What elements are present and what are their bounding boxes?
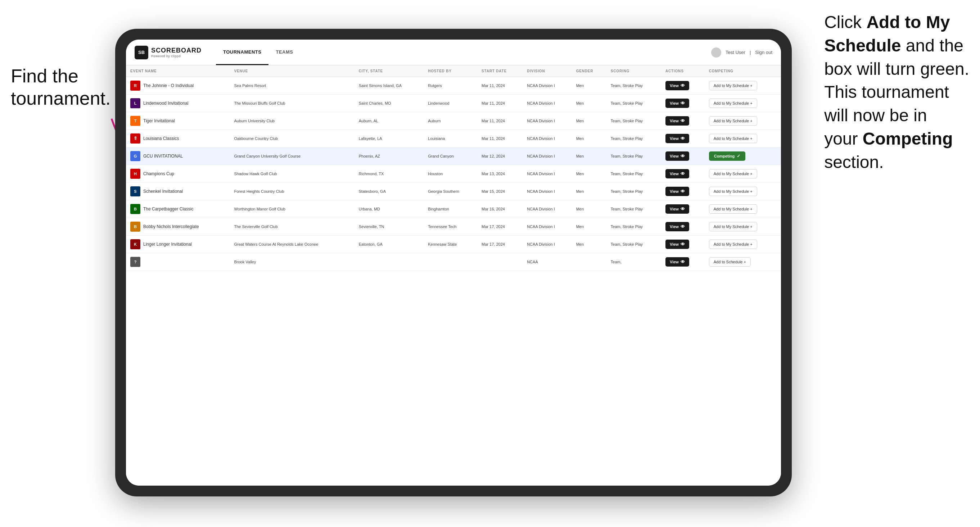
- competing-cell: Competing ✓: [705, 148, 781, 165]
- add-schedule-label: Add to My Schedule +: [714, 224, 752, 229]
- date-cell: [477, 253, 523, 271]
- add-to-schedule-button[interactable]: Add to My Schedule +: [709, 187, 757, 196]
- view-button[interactable]: View 👁: [665, 116, 689, 125]
- add-to-schedule-button[interactable]: Add to My Schedule +: [709, 240, 757, 249]
- hosted-cell: Lindenwood: [423, 95, 477, 112]
- col-competing: COMPETING: [705, 65, 781, 77]
- view-button[interactable]: View 👁: [665, 169, 689, 178]
- venue-cell: Shadow Hawk Golf Club: [230, 165, 355, 183]
- scoring-cell: Team, Stroke Play: [606, 218, 661, 236]
- hosted-cell: Kennesaw State: [423, 236, 477, 253]
- tab-tournaments[interactable]: TOURNAMENTS: [216, 40, 269, 65]
- table-container[interactable]: EVENT NAME VENUE CITY, STATE HOSTED BY S…: [126, 65, 781, 486]
- division-cell: NCAA Division I: [523, 200, 572, 218]
- app-header: SB SCOREBOARD Powered by clippd TOURNAME…: [126, 40, 781, 65]
- gender-cell: Men: [572, 148, 606, 165]
- add-to-schedule-button[interactable]: Add to My Schedule +: [709, 134, 757, 143]
- hosted-cell: Auburn: [423, 112, 477, 130]
- gender-cell: Men: [572, 218, 606, 236]
- header-right: Test User | Sign out: [711, 48, 772, 57]
- actions-cell: View 👁: [661, 236, 705, 253]
- view-button[interactable]: View 👁: [665, 222, 689, 231]
- col-gender: GENDER: [572, 65, 606, 77]
- venue-cell: Worthington Manor Golf Club: [230, 200, 355, 218]
- hosted-cell: Louisiana: [423, 130, 477, 148]
- venue-cell: Brook Valley: [230, 253, 355, 271]
- view-button[interactable]: View 👁: [665, 240, 689, 249]
- logo-area: SB SCOREBOARD Powered by clippd: [135, 46, 202, 59]
- scoring-cell: Team, Stroke Play: [606, 77, 661, 95]
- table-row: H Champions Cup Shadow Hawk Golf ClubRic…: [126, 165, 781, 183]
- add-schedule-label: Add to My Schedule +: [714, 137, 752, 141]
- actions-cell: View 👁: [661, 253, 705, 271]
- date-cell: Mar 17, 2024: [477, 236, 523, 253]
- division-cell: NCAA Division I: [523, 165, 572, 183]
- event-name-cell: G GCU INVITATIONAL: [126, 148, 230, 165]
- event-name-cell: L Lindenwood Invitational: [126, 95, 230, 112]
- table-row: L Lindenwood Invitational The Missouri B…: [126, 95, 781, 112]
- user-name: Test User: [725, 50, 745, 55]
- gender-cell: Men: [572, 112, 606, 130]
- competing-cell: Add to Schedule +: [705, 253, 781, 271]
- actions-cell: View 👁: [661, 95, 705, 112]
- event-name-cell: S Schenkel Invitational: [126, 183, 230, 200]
- competing-cell: Add to My Schedule +: [705, 183, 781, 200]
- venue-cell: Grand Canyon University Golf Course: [230, 148, 355, 165]
- gender-cell: Men: [572, 165, 606, 183]
- city-cell: Lafayette, LA: [355, 130, 423, 148]
- venue-cell: Forest Heights Country Club: [230, 183, 355, 200]
- scoring-cell: Team, Stroke Play: [606, 95, 661, 112]
- actions-cell: View 👁: [661, 200, 705, 218]
- add-schedule-label: Add to My Schedule +: [714, 171, 752, 176]
- view-button[interactable]: View 👁: [665, 204, 689, 214]
- view-button[interactable]: View 👁: [665, 187, 689, 196]
- scoring-cell: Team, Stroke Play: [606, 165, 661, 183]
- add-to-schedule-button[interactable]: Add to My Schedule +: [709, 98, 757, 108]
- city-cell: Urbana, MD: [355, 200, 423, 218]
- competing-cell: Add to My Schedule +: [705, 95, 781, 112]
- competing-cell: Add to My Schedule +: [705, 165, 781, 183]
- add-to-schedule-button[interactable]: Add to My Schedule +: [709, 169, 757, 178]
- actions-cell: View 👁: [661, 77, 705, 95]
- tournaments-table: EVENT NAME VENUE CITY, STATE HOSTED BY S…: [126, 65, 781, 271]
- actions-cell: View 👁: [661, 183, 705, 200]
- add-to-schedule-button[interactable]: Add to My Schedule +: [709, 204, 757, 214]
- venue-cell: Great Waters Course At Reynolds Lake Oco…: [230, 236, 355, 253]
- table-row: B Bobby Nichols Intercollegiate The Sevi…: [126, 218, 781, 236]
- actions-cell: View 👁: [661, 218, 705, 236]
- event-name-cell: B The Carpetbagger Classic: [126, 200, 230, 218]
- division-cell: NCAA Division I: [523, 95, 572, 112]
- competing-button[interactable]: Competing ✓: [709, 151, 745, 161]
- date-cell: Mar 11, 2024: [477, 77, 523, 95]
- date-cell: Mar 13, 2024: [477, 165, 523, 183]
- scoring-cell: Team, Stroke Play: [606, 200, 661, 218]
- add-to-schedule-button[interactable]: Add to My Schedule +: [709, 81, 757, 90]
- venue-cell: Oakbourne Country Club: [230, 130, 355, 148]
- nav-tabs: TOURNAMENTS TEAMS: [216, 40, 300, 65]
- competing-cell: Add to My Schedule +: [705, 130, 781, 148]
- division-cell: NCAA: [523, 253, 572, 271]
- view-button[interactable]: View 👁: [665, 134, 689, 143]
- view-button[interactable]: View 👁: [665, 81, 689, 90]
- annotation-left: Find the tournament.: [11, 65, 111, 110]
- add-to-schedule-button[interactable]: Add to Schedule +: [709, 257, 751, 267]
- separator: |: [750, 50, 751, 55]
- add-to-schedule-button[interactable]: Add to My Schedule +: [709, 222, 757, 231]
- table-row: T Tiger Invitational Auburn University C…: [126, 112, 781, 130]
- view-button[interactable]: View 👁: [665, 151, 689, 161]
- scoring-cell: Team,: [606, 253, 661, 271]
- date-cell: Mar 12, 2024: [477, 148, 523, 165]
- city-cell: Statesboro, GA: [355, 183, 423, 200]
- hosted-cell: Houston: [423, 165, 477, 183]
- signout-link[interactable]: Sign out: [755, 50, 772, 55]
- add-schedule-label: Add to My Schedule +: [714, 119, 752, 123]
- tab-teams[interactable]: TEAMS: [269, 40, 300, 65]
- add-to-schedule-button[interactable]: Add to My Schedule +: [709, 116, 757, 125]
- competing-cell: Add to My Schedule +: [705, 236, 781, 253]
- col-actions: ACTIONS: [661, 65, 705, 77]
- view-button[interactable]: View 👁: [665, 98, 689, 108]
- view-button[interactable]: View 👁: [665, 257, 689, 267]
- scoring-cell: Team, Stroke Play: [606, 130, 661, 148]
- add-schedule-label: Add to Schedule +: [714, 260, 746, 264]
- event-name-cell: ?: [126, 253, 230, 271]
